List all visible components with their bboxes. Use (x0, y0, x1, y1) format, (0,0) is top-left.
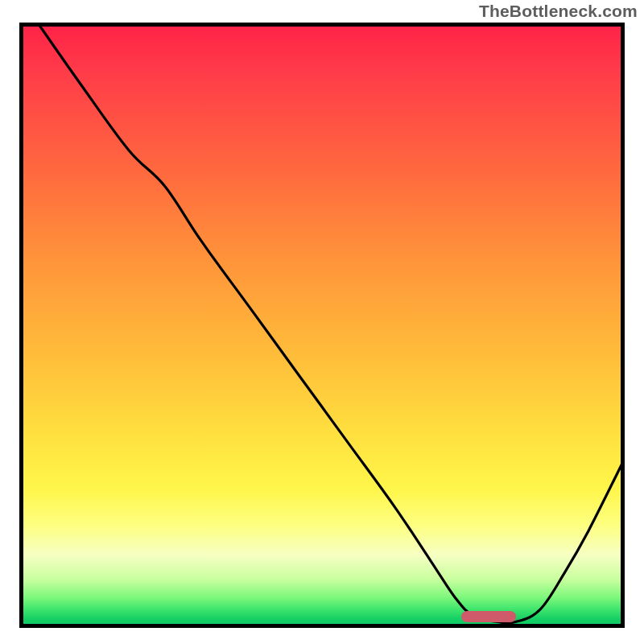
chart-background-gradient (19, 23, 625, 628)
chart-root: TheBottleneck.com (0, 0, 644, 644)
attribution-label: TheBottleneck.com (479, 2, 638, 21)
